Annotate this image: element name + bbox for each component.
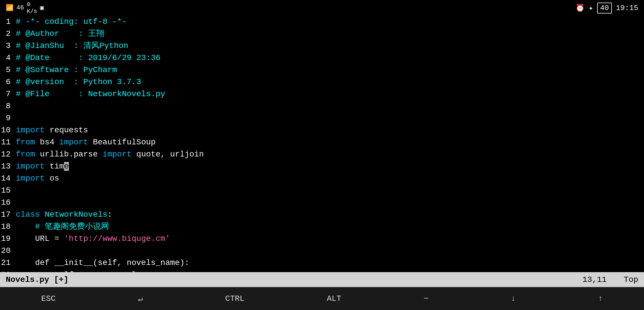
signal-strength: 46 [16, 4, 24, 11]
line-number: 16 [0, 197, 16, 209]
line-number: 17 [0, 209, 16, 221]
line-content: from bs4 import BeautifulSoup [16, 136, 156, 148]
line-number: 10 [0, 124, 16, 136]
line-content: self.name = novels_name [16, 269, 165, 272]
line-number: 9 [0, 112, 16, 124]
vim-status-bar: Novels.py [+] 13,11 Top [0, 272, 644, 287]
line-content: # @Author : 王翔 [16, 28, 104, 40]
line-number: 22 [0, 269, 16, 272]
code-line: 9 [0, 112, 644, 124]
media-icon: ▣ [40, 4, 44, 12]
code-line: 12 from urllib.parse import quote, urljo… [0, 148, 644, 160]
code-line: 5 # @Software : PyCharm [0, 64, 644, 76]
key-minus[interactable]: − [424, 294, 428, 303]
key-ctrl[interactable]: CTRL [225, 294, 245, 303]
code-line: 16 [0, 197, 644, 209]
code-line: 1 # -*- coding: utf-8 -*- [0, 16, 644, 28]
battery-level: 40 [597, 3, 612, 13]
code-line: 19 URL = 'http://www.biquge.cm' [0, 233, 644, 245]
code-line: 21 def __init__(self, novels_name): [0, 257, 644, 269]
line-number: 14 [0, 173, 16, 185]
line-content: # 笔趣阁免费小说网 [16, 221, 109, 233]
vim-status-right: 13,11 Top [583, 275, 638, 284]
line-content: # @version : Python 3.7.3 [16, 76, 141, 88]
line-number: 8 [0, 100, 16, 112]
data-usage: 0 K/s [27, 1, 37, 15]
line-content [16, 100, 21, 112]
code-line-cursor: 13 import time [0, 160, 644, 173]
line-number: 6 [0, 76, 16, 88]
key-down[interactable]: ↓ [511, 294, 516, 303]
line-number: 4 [0, 52, 16, 64]
line-content: import time [16, 160, 69, 173]
line-content: import requests [16, 124, 88, 136]
code-line: 3 # @JianShu : 清风Python [0, 40, 644, 52]
line-number: 5 [0, 64, 16, 76]
code-line: 6 # @version : Python 3.7.3 [0, 76, 644, 88]
code-line: 15 [0, 185, 644, 197]
code-line: 2 # @Author : 王翔 [0, 28, 644, 40]
line-content [16, 245, 21, 257]
code-line: 22 self.name = novels_name [0, 269, 644, 272]
line-content [16, 112, 21, 124]
line-number: 11 [0, 136, 16, 148]
code-line: 7 # @File : NetworkNovels.py [0, 88, 644, 100]
line-content: def __init__(self, novels_name): [16, 257, 189, 269]
key-down-icon: ↓ [511, 294, 516, 303]
line-content: # -*- coding: utf-8 -*- [16, 16, 127, 28]
code-line: 18 # 笔趣阁免费小说网 [0, 221, 644, 233]
line-content: URL = 'http://www.biquge.cm' [16, 233, 170, 245]
key-enter-icon: ↵ [138, 294, 143, 304]
vim-position: 13,11 [583, 275, 607, 284]
line-content: import os [16, 173, 59, 185]
code-line: 10 import requests [0, 124, 644, 136]
code-line: 20 [0, 245, 644, 257]
line-number: 3 [0, 40, 16, 52]
line-content: class NetworkNovels: [16, 209, 112, 221]
line-number: 15 [0, 185, 16, 197]
key-enter[interactable]: ↵ [138, 294, 143, 304]
line-number: 20 [0, 245, 16, 257]
key-esc[interactable]: ESC [41, 294, 55, 303]
status-bar-left: 📶 46 0 K/s ▣ [6, 1, 44, 15]
line-number: 18 [0, 221, 16, 233]
line-content: # @Date : 2019/6/29 23:36 [16, 52, 160, 64]
vim-filename: Novels.py [+] [6, 275, 68, 284]
status-bar-right: ⏰ ✦ 40 19:15 [575, 3, 638, 13]
alarm-icon: ⏰ [575, 3, 585, 13]
line-content: # @Software : PyCharm [16, 64, 117, 76]
code-line: 8 [0, 100, 644, 112]
line-number: 1 [0, 16, 16, 28]
line-content: from urllib.parse import quote, urljoin [16, 148, 204, 160]
time-display: 19:15 [616, 4, 638, 12]
key-alt-label: ALT [327, 294, 341, 303]
line-number: 21 [0, 257, 16, 269]
line-content: # @File : NetworkNovels.py [16, 88, 165, 100]
line-number: 19 [0, 233, 16, 245]
signal-icon: 📶 [6, 4, 13, 12]
line-number: 12 [0, 148, 16, 160]
keyboard-bar: ESC ↵ CTRL ALT − ↓ ↑ [0, 287, 644, 310]
code-editor[interactable]: 1 # -*- coding: utf-8 -*- 2 # @Author : … [0, 16, 644, 272]
code-line: 11 from bs4 import BeautifulSoup [0, 136, 644, 148]
line-content: # @JianShu : 清风Python [16, 40, 128, 52]
key-minus-label: − [424, 294, 428, 303]
code-lines: 1 # -*- coding: utf-8 -*- 2 # @Author : … [0, 16, 644, 272]
line-number: 7 [0, 88, 16, 100]
line-number: 2 [0, 28, 16, 40]
key-alt[interactable]: ALT [327, 294, 341, 303]
vim-scroll: Top [624, 275, 638, 284]
key-up-icon: ↑ [598, 294, 603, 303]
line-content [16, 197, 21, 209]
key-ctrl-label: CTRL [225, 294, 245, 303]
code-line: 14 import os [0, 173, 644, 185]
line-number: 13 [0, 160, 16, 173]
code-line: 4 # @Date : 2019/6/29 23:36 [0, 52, 644, 64]
key-esc-label: ESC [41, 294, 55, 303]
key-up[interactable]: ↑ [598, 294, 603, 303]
bluetooth-icon: ✦ [589, 3, 593, 13]
status-bar: 📶 46 0 K/s ▣ ⏰ ✦ 40 19:15 [0, 0, 644, 16]
code-line: 17 class NetworkNovels: [0, 209, 644, 221]
line-content [16, 185, 21, 197]
